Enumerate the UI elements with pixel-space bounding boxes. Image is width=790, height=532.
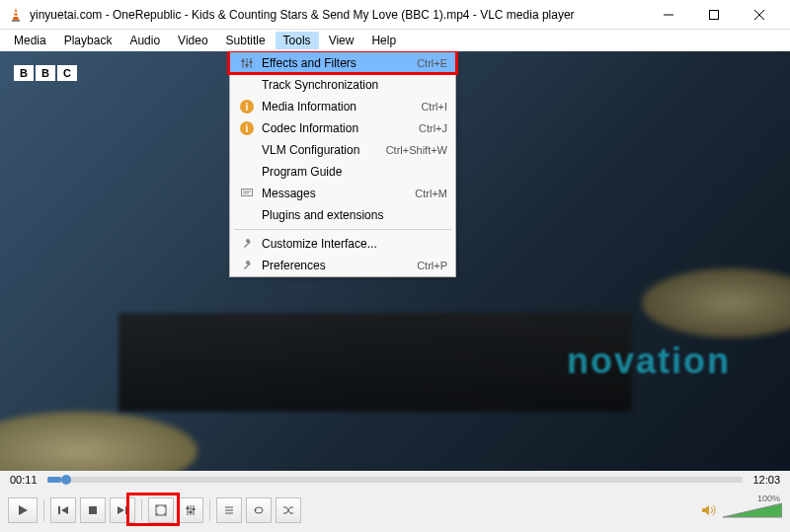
svg-rect-11 [246, 64, 249, 66]
extended-settings-button[interactable] [178, 497, 203, 523]
svg-rect-23 [187, 507, 190, 509]
shuffle-button[interactable] [276, 497, 301, 523]
menu-program-guide[interactable]: Program Guide [230, 161, 455, 183]
previous-button[interactable] [50, 497, 76, 523]
svg-rect-24 [190, 511, 193, 513]
menu-media[interactable]: Media [6, 32, 54, 49]
time-elapsed[interactable]: 00:11 [10, 474, 38, 486]
video-area[interactable]: B B C novation Effects and Filters Ctrl+… [0, 51, 790, 471]
fullscreen-button[interactable] [148, 497, 174, 523]
window-title: yinyuetai.com - OneRepublic - Kids & Cou… [30, 8, 646, 22]
tools-dropdown: Effects and Filters Ctrl+E Track Synchro… [229, 51, 456, 277]
close-button[interactable] [737, 0, 782, 30]
svg-rect-13 [242, 190, 253, 196]
menu-subtitle[interactable]: Subtitle [218, 32, 274, 49]
svg-rect-4 [710, 10, 719, 19]
svg-rect-25 [193, 508, 196, 510]
svg-rect-18 [125, 506, 127, 514]
menu-track-sync[interactable]: Track Synchronization [230, 74, 455, 96]
video-content [642, 268, 790, 338]
menu-playback[interactable]: Playback [56, 32, 120, 49]
svg-rect-1 [14, 12, 18, 14]
menu-audio[interactable]: Audio [121, 32, 168, 49]
menu-vlm-config[interactable]: VLM Configuration Ctrl+Shift+W [230, 139, 455, 161]
menu-video[interactable]: Video [170, 32, 215, 49]
menu-separator [234, 229, 451, 230]
wrench-icon [238, 260, 256, 271]
seek-bar-row: 00:11 12:03 [0, 471, 790, 489]
titlebar: yinyuetai.com - OneRepublic - Kids & Cou… [0, 0, 790, 30]
time-total[interactable]: 12:03 [752, 474, 780, 486]
vlc-cone-icon [8, 7, 24, 23]
window-buttons [646, 0, 782, 30]
wrench-icon [238, 238, 256, 250]
loop-button[interactable] [246, 497, 272, 523]
stop-button[interactable] [80, 497, 106, 523]
svg-rect-10 [242, 60, 245, 62]
sliders-icon [238, 57, 256, 69]
bbc-watermark: B B C [14, 65, 77, 81]
minimize-button[interactable] [646, 0, 691, 30]
menu-customize[interactable]: Customize Interface... [230, 233, 455, 255]
seek-slider[interactable] [47, 477, 744, 483]
menu-plugins[interactable]: Plugins and extensions [230, 204, 455, 226]
play-button[interactable] [8, 497, 38, 523]
menu-codec-info[interactable]: i Codec Information Ctrl+J [230, 117, 455, 139]
svg-rect-0 [12, 20, 20, 22]
menubar: Media Playback Audio Video Subtitle Tool… [0, 30, 790, 51]
info-icon: i [238, 100, 256, 114]
video-brand-text: novation [567, 341, 731, 382]
menu-messages[interactable]: Messages Ctrl+M [230, 183, 455, 204]
svg-rect-12 [250, 61, 253, 63]
messages-icon [238, 189, 256, 198]
controls-toolbar: 100% [0, 489, 790, 532]
menu-view[interactable]: View [321, 32, 362, 49]
menu-media-info[interactable]: i Media Information Ctrl+I [230, 96, 455, 117]
svg-rect-16 [58, 506, 60, 514]
video-content [118, 313, 632, 412]
maximize-button[interactable] [691, 0, 737, 30]
menu-effects-filters[interactable]: Effects and Filters Ctrl+E [230, 52, 455, 74]
next-button[interactable] [110, 497, 135, 523]
video-content [0, 412, 198, 471]
playlist-button[interactable] [216, 497, 242, 523]
volume-percent: 100% [757, 494, 780, 503]
svg-rect-2 [14, 15, 19, 17]
menu-tools[interactable]: Tools [276, 32, 319, 49]
menu-help[interactable]: Help [363, 32, 404, 49]
info-icon: i [238, 121, 256, 135]
volume-slider[interactable]: 100% [723, 501, 782, 519]
seek-thumb[interactable] [61, 475, 71, 485]
menu-preferences[interactable]: Preferences Ctrl+P [230, 255, 455, 276]
speaker-icon[interactable] [699, 500, 719, 520]
svg-rect-17 [89, 506, 97, 514]
